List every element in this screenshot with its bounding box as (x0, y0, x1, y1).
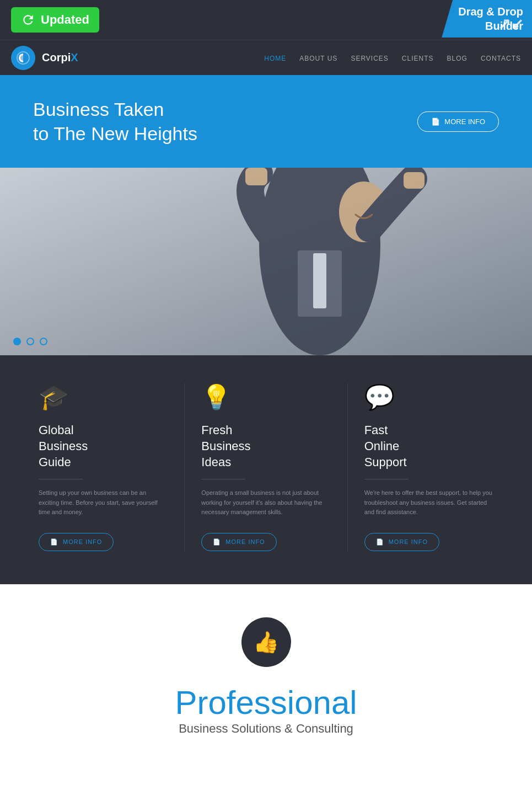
slider-dot-1[interactable] (13, 338, 21, 345)
hero-title: Business Taken to The New Heights (33, 97, 197, 146)
doc-icon-1: 📄 (50, 538, 58, 546)
feature-divider-3 (364, 479, 409, 479)
logo-text: CorpiX (42, 51, 78, 64)
professional-subtitle: Business Solutions & Consulting (22, 722, 510, 736)
feature-col-2: 💡 FreshBusinessIdeas Operating a small b… (185, 383, 347, 551)
feature-divider-2 (201, 479, 245, 479)
nav-item-blog[interactable]: BLOG (447, 53, 467, 63)
chat-icon: 💬 (364, 383, 493, 412)
nav-item-contacts[interactable]: CONTACTS (481, 53, 521, 63)
feature-btn-3[interactable]: 📄 MORE INFO (364, 533, 439, 551)
svg-rect-6 (404, 172, 424, 189)
feature-desc-2: Operating a small business is not just a… (201, 488, 330, 517)
svg-rect-4 (313, 253, 326, 308)
svg-rect-5 (245, 168, 267, 185)
updated-label: Updated (41, 13, 89, 27)
feature-desc-3: We're here to offer the best support, to… (364, 488, 493, 517)
hero-section: Business Taken to The New Heights 📄 MORE… (0, 75, 532, 168)
logo-icon (11, 46, 35, 70)
professional-title: Professional (22, 684, 510, 722)
feature-title-1: GlobalBusinessGuide (39, 423, 168, 470)
doc-icon-3: 📄 (376, 538, 384, 546)
drag-drop-banner: Drag & Drop Builder ↗↙ (442, 0, 532, 38)
nav-item-services[interactable]: SERVICES (351, 53, 388, 63)
nav-item-clients[interactable]: CLIENTS (402, 53, 434, 63)
features-section: 🎓 GlobalBusinessGuide Setting up your ow… (0, 355, 532, 584)
professional-section: 👍 Professional Business Solutions & Cons… (0, 584, 532, 758)
graduation-icon: 🎓 (39, 383, 168, 412)
hero-more-info-button[interactable]: 📄 MORE INFO (417, 111, 499, 132)
navbar: CorpiX HOME ABOUT US SERVICES CLIENTS BL… (0, 40, 532, 75)
hero-slider (0, 168, 532, 355)
lightbulb-icon: 💡 (201, 383, 330, 412)
feature-btn-1[interactable]: 📄 MORE INFO (39, 533, 114, 551)
slider-dot-2[interactable] (26, 338, 34, 345)
nav-item-about[interactable]: ABOUT US (299, 53, 337, 63)
feature-col-3: 💬 FastOnlineSupport We're here to offer … (348, 383, 510, 551)
top-bar: Updated Drag & Drop Builder ↗↙ (0, 0, 532, 40)
updated-badge: Updated (11, 7, 99, 33)
slider-dot-3[interactable] (40, 338, 47, 345)
feature-col-1: 🎓 GlobalBusinessGuide Setting up your ow… (22, 383, 185, 551)
doc-icon: 📄 (431, 118, 440, 126)
doc-icon-2: 📄 (213, 538, 221, 546)
thumbs-up-circle: 👍 (241, 617, 291, 667)
logo: CorpiX (11, 46, 78, 70)
drag-drop-arrow: ↗↙ (498, 14, 523, 34)
feature-divider-1 (39, 479, 83, 479)
feature-title-3: FastOnlineSupport (364, 423, 493, 470)
feature-desc-1: Setting up your own business can be an e… (39, 488, 168, 517)
refresh-icon (21, 13, 35, 27)
slider-dots (13, 338, 47, 345)
slider-person-graphic (0, 168, 532, 355)
nav-item-home[interactable]: HOME (264, 53, 286, 63)
nav-links: HOME ABOUT US SERVICES CLIENTS BLOG CONT… (264, 53, 521, 63)
feature-btn-2[interactable]: 📄 MORE INFO (201, 533, 276, 551)
feature-title-2: FreshBusinessIdeas (201, 423, 330, 470)
